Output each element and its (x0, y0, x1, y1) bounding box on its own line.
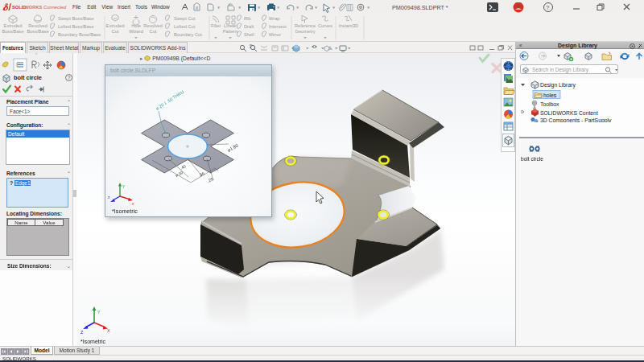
svg-text:Connected: Connected (43, 5, 67, 10)
svg-text:Y: Y (97, 310, 101, 315)
svg-text:?: ? (546, 4, 550, 11)
svg-text:SOLIDWORKS Content: SOLIDWORKS Content (540, 110, 598, 116)
svg-text:X: X (107, 328, 110, 333)
svg-text:Design Library: Design Library (540, 82, 576, 88)
svg-text:WORKS: WORKS (25, 5, 43, 10)
svg-text:3D Components - PartSupply: 3D Components - PartSupply (540, 117, 612, 123)
svg-text:holes: holes (543, 93, 557, 98)
svg-text:Toolbox: Toolbox (540, 101, 559, 107)
svg-text:*Isometric: *Isometric (112, 208, 138, 215)
